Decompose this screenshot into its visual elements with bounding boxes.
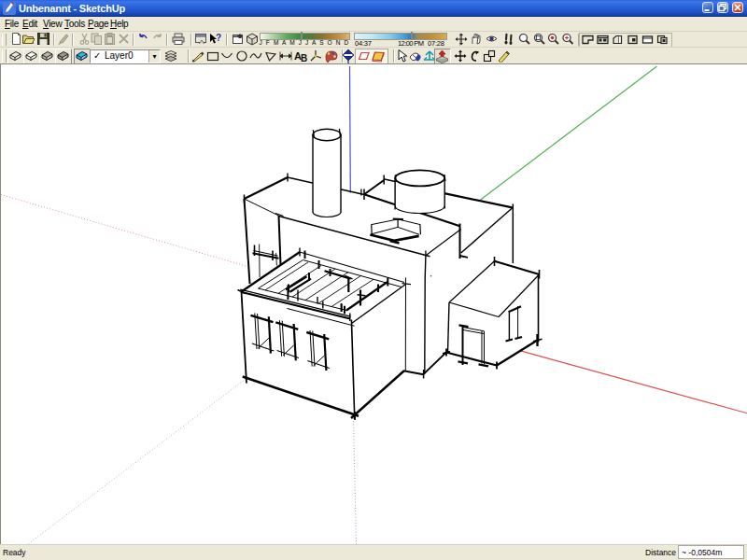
- svg-text:B: B: [301, 53, 307, 63]
- svg-text:?: ?: [216, 33, 221, 43]
